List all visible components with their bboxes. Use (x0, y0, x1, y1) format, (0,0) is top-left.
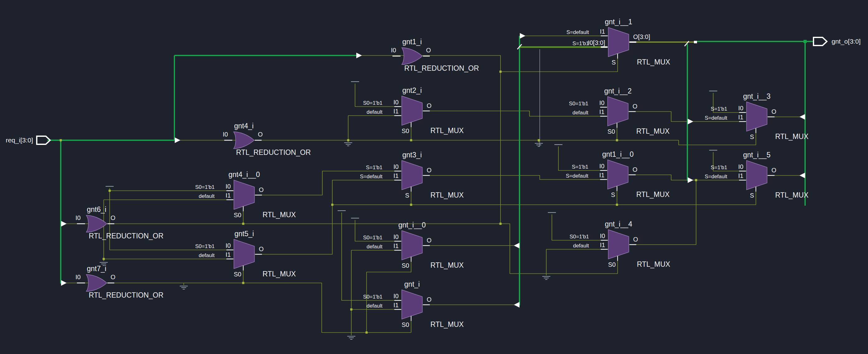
schematic-canvas[interactable]: gnt1_iI0ORTL_REDUCTION_ORgnt4_iI0ORTL_RE… (0, 0, 868, 354)
instance-name: gnt2_i (402, 86, 422, 94)
junction-dot (103, 258, 105, 260)
pin-label-out: O (771, 108, 776, 115)
pin-label-top: I0 (738, 105, 743, 112)
pin-label-sel: S (405, 192, 409, 199)
pin-label-i0: I0 (223, 131, 228, 138)
junction-dot (616, 204, 618, 206)
pin-label-top: I0 (600, 233, 605, 239)
pin-label-sel: S (611, 191, 615, 198)
cell-type-label: RTL_REDUCTION_OR (89, 291, 163, 299)
cell-type-label: RTL_MUX (262, 270, 296, 278)
instance-name: gnt_i__3 (743, 92, 771, 100)
pin-annot-top: S0=1'b1 (363, 235, 382, 241)
pin-label-out: O (632, 103, 638, 110)
pin-annot-top: S0=1'b1 (363, 294, 382, 300)
pin-label-bottom: I1 (393, 242, 399, 249)
junction-dot (350, 308, 352, 311)
pin-label-i0: I0 (75, 274, 81, 281)
pin-annot-top: S=1'b1 (711, 106, 727, 112)
pin-label-top: I0 (599, 99, 604, 106)
pin-label-sel: S0 (402, 262, 409, 269)
bus-splice-icon (694, 41, 697, 43)
pin-annot-bottom: default (573, 243, 589, 249)
cell-type-label: RTL_REDUCTION_OR (404, 64, 479, 72)
cell-type-label: RTL_MUX (430, 126, 464, 135)
cell-type-label: RTL_MUX (636, 190, 670, 199)
port-label: req_i[3:0] (6, 137, 33, 144)
instance-name: gnt_i__4 (605, 220, 632, 228)
junction-dot (242, 223, 245, 225)
pin-label-bottom: I1 (738, 172, 743, 179)
rtl-schematic-viewer: gnt1_iI0ORTL_REDUCTION_ORgnt4_iI0ORTL_RE… (0, 0, 868, 354)
pin-annot-top: S=1'b1 (711, 165, 727, 171)
cell-type-label: RTL_MUX (637, 260, 670, 268)
pin-annot-top: S0=1'b1 (195, 184, 215, 190)
pin-label-o: O (426, 47, 431, 54)
instance-name: gnt_i__0 (398, 221, 426, 229)
pin-label-out: O (259, 186, 264, 193)
pin-label-top: I0 (393, 293, 399, 299)
pin-label-out: O (427, 102, 432, 109)
instance-name: gnt5_i (235, 230, 254, 238)
pin-label-top: I0 (393, 233, 399, 240)
junction-dot (366, 331, 368, 334)
pin-label-bottom: I1 (225, 192, 231, 199)
pin-annot-bottom: S=default (705, 174, 727, 179)
junction-dot-green (804, 40, 807, 43)
instance-name: gnt3_i (402, 151, 422, 159)
pin-label-sel: S (750, 192, 754, 199)
pin-label-o: O (111, 274, 116, 281)
cell-type-label: RTL_MUX (430, 191, 464, 199)
junction-dot (695, 179, 697, 181)
pin-label-bottom: I1 (393, 302, 399, 308)
junction-dot (500, 71, 502, 73)
junction-dot (109, 190, 111, 192)
pin-annot-top: S=1'b1 (366, 165, 382, 171)
pin-label-sel: S (612, 59, 616, 66)
pin-annot-top: S0=1'b1 (570, 234, 589, 240)
junction-dot (616, 139, 618, 142)
cell-type-label: RTL_REDUCTION_OR (236, 148, 311, 156)
pin-annot-bottom: S=1'b1 (572, 40, 589, 47)
pin-label-top: I0 (225, 183, 231, 190)
cell-type-label: RTL_MUX (775, 132, 808, 141)
junction-dot (347, 139, 349, 142)
pin-annot-bottom: default (199, 253, 215, 258)
pin-annot-top: S0=1'b1 (569, 101, 588, 107)
instance-name: gnt4_i__0 (228, 171, 260, 179)
pin-label-out: O (427, 167, 432, 174)
cell-type-label: RTL_MUX (636, 127, 670, 135)
junction-dot (60, 139, 62, 142)
instance-name: gnt_i__2 (604, 87, 631, 95)
junction-dot (538, 139, 540, 142)
pin-label-o: O (111, 214, 116, 221)
pin-label-out: O (771, 167, 776, 174)
pin-annot-bottom: default (367, 109, 382, 115)
pin-label-out: O (427, 237, 432, 244)
junction-dot (410, 204, 412, 206)
pin-label-bottom: I1 (738, 114, 743, 121)
pin-annot-bottom: S=default (566, 173, 589, 179)
pin-annot-bottom: default (572, 110, 588, 116)
pin-label-bottom: I1 (225, 251, 231, 258)
junction-dot (242, 282, 245, 284)
cell-type-label: RTL_MUX (430, 320, 464, 328)
instance-name: gnt_i__5 (743, 151, 771, 159)
pin-label-top: I0 (393, 99, 399, 106)
pin-label-out: O (633, 236, 638, 243)
instance-name: gnt1_i (402, 38, 422, 46)
pin-label-top: I0 (393, 163, 399, 170)
pin-annot-bottom: S=default (705, 115, 727, 121)
pin-label-bottom: I1 (393, 108, 399, 115)
pin-label-bottom: I1 (393, 172, 399, 179)
cell-type-label: RTL_MUX (262, 211, 296, 219)
pin-label-sel: S0 (234, 271, 241, 278)
pin-label-bottom: I0[3:0] (588, 39, 605, 46)
pin-label-i0: I0 (75, 214, 81, 221)
pin-label-out: O (259, 245, 264, 253)
pin-annot-bottom: S=default (360, 174, 383, 179)
pin-label-top: I0 (225, 242, 231, 249)
pin-label-sel: S (750, 134, 754, 140)
pin-annot-top: S=1'b1 (572, 164, 588, 170)
pin-label-sel: S0 (234, 212, 241, 218)
